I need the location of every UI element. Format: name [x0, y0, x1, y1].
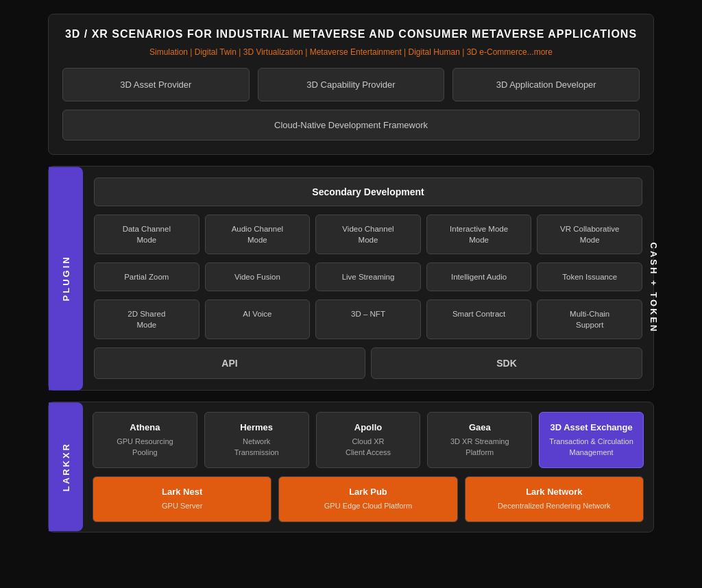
plugin-live-streaming: Live Streaming: [315, 262, 421, 291]
api-sdk-row: API SDK: [94, 347, 642, 379]
lark-nest-sub: GPU Server: [100, 501, 264, 511]
api-box: API: [94, 347, 365, 379]
lark-nest-box: Lark Nest GPU Server: [93, 476, 271, 522]
bottom-row: Lark Nest GPU Server Lark Pub GPU Edge C…: [93, 476, 644, 522]
plugin-3d-nft: 3D – NFT: [315, 299, 421, 339]
node-athena-title: Athena: [100, 422, 190, 432]
plugin-video-channel: Video ChannelMode: [315, 215, 421, 254]
node-apollo-title: Apollo: [324, 422, 413, 432]
sdk-box: SDK: [371, 347, 642, 379]
node-exchange-title: 3D Asset Exchange: [546, 422, 636, 432]
lark-network-sub: Decentralized Rendering Network: [472, 501, 636, 511]
node-apollo: Apollo Cloud XRClient Access: [316, 412, 421, 468]
cloud-native-box: Cloud-Native Development Framework: [62, 110, 640, 140]
plugin-intelligent-audio: Intelligent Audio: [426, 262, 532, 291]
node-hermes-sub: NetworkTransmission: [212, 437, 302, 458]
plugin-content: Secondary Development Data ChannelMode A…: [83, 167, 653, 390]
provider-3d-capability: 3D Capability Provider: [258, 68, 445, 101]
plugin-multi-chain: Multi-ChainSupport: [537, 299, 642, 339]
top-title: 3D / XR SCENARIOS FOR INDUSTRIAL METAVER…: [62, 28, 640, 40]
plugin-video-fusion: Video Fusion: [205, 262, 311, 291]
node-gaea-sub: 3D XR StreamingPlatform: [435, 437, 524, 458]
node-gaea: Gaea 3D XR StreamingPlatform: [427, 412, 532, 468]
plugin-grid-row3: 2D SharedMode AI Voice 3D – NFT Smart Co…: [94, 299, 642, 339]
plugin-grid-row1: Data ChannelMode Audio ChannelMode Video…: [94, 215, 642, 254]
plugin-vr-collaborative: VR CollaborativeMode: [537, 215, 642, 254]
plugin-token-issuance: Token Issuance: [537, 262, 642, 291]
plugin-grid-row2: Partial Zoom Video Fusion Live Streaming…: [94, 262, 642, 291]
top-section: 3D / XR SCENARIOS FOR INDUSTRIAL METAVER…: [48, 14, 654, 155]
plugin-2d-shared: 2D SharedMode: [94, 299, 199, 339]
lark-pub-sub: GPU Edge Cloud Platform: [286, 501, 450, 511]
nodes-row: Athena GPU ResourcingPooling Hermes Netw…: [93, 412, 644, 468]
secondary-dev-header: Secondary Development: [94, 177, 642, 206]
plugin-label: PLUGIN: [49, 167, 83, 390]
lark-nest-title: Lark Nest: [100, 487, 264, 497]
top-subtitle: Simulation | Digital Twin | 3D Virtualiz…: [62, 47, 640, 57]
larkxr-label: LARKXR: [49, 402, 83, 531]
provider-3d-asset: 3D Asset Provider: [62, 68, 250, 101]
larkxr-section: LARKXR Athena GPU ResourcingPooling Herm…: [48, 402, 654, 532]
node-exchange-sub: Transaction & CirculationManagement: [546, 437, 636, 458]
lark-pub-title: Lark Pub: [286, 487, 450, 497]
plugin-partial-zoom: Partial Zoom: [94, 262, 199, 291]
side-label-right: CASH + TOKEN: [649, 243, 659, 334]
plugin-interactive-mode: Interactive ModeMode: [426, 215, 532, 254]
plugin-ai-voice: AI Voice: [205, 299, 311, 339]
node-3d-asset-exchange: 3D Asset Exchange Transaction & Circulat…: [539, 412, 644, 468]
lark-pub-box: Lark Pub GPU Edge Cloud Platform: [278, 476, 457, 522]
node-hermes: Hermes NetworkTransmission: [204, 412, 309, 468]
plugin-audio-channel: Audio ChannelMode: [205, 215, 311, 254]
node-athena: Athena GPU ResourcingPooling: [93, 412, 197, 468]
node-hermes-title: Hermes: [212, 422, 302, 432]
lark-network-title: Lark Network: [472, 487, 636, 497]
larkxr-content: Athena GPU ResourcingPooling Hermes Netw…: [83, 402, 653, 531]
node-athena-sub: GPU ResourcingPooling: [100, 437, 190, 458]
lark-network-box: Lark Network Decentralized Rendering Net…: [465, 476, 644, 522]
node-gaea-title: Gaea: [435, 422, 524, 432]
plugin-smart-contract: Smart Contract: [426, 299, 532, 339]
plugin-section: PLUGIN Secondary Development Data Channe…: [48, 166, 654, 391]
providers-row: 3D Asset Provider 3D Capability Provider…: [62, 68, 640, 101]
node-apollo-sub: Cloud XRClient Access: [324, 437, 413, 458]
plugin-data-channel: Data ChannelMode: [94, 215, 199, 254]
provider-3d-app: 3D Application Developer: [452, 68, 640, 101]
